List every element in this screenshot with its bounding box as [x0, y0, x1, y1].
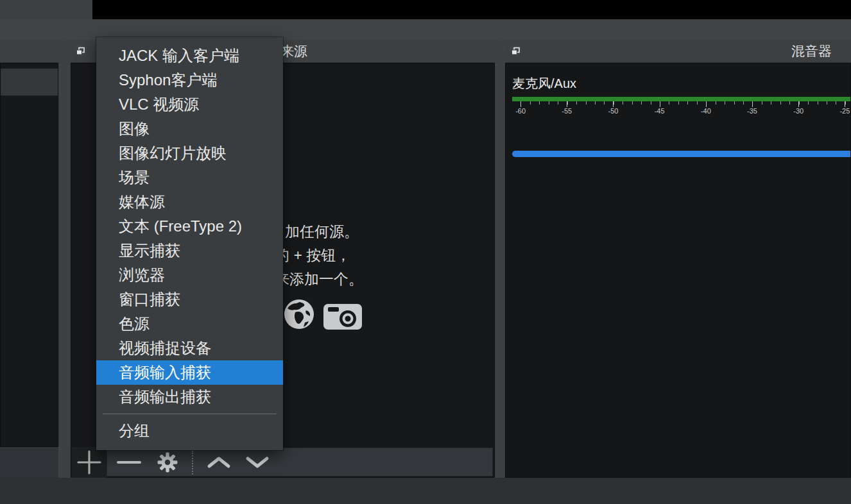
scale-label: -60 — [505, 107, 544, 117]
float-panel-icon — [511, 47, 520, 56]
mixer-channel-name: 麦克风/Aux — [512, 75, 576, 92]
menu-item-label: 音频输出捕获 — [119, 388, 211, 405]
placeholder-line: 来添加一个。 — [275, 267, 363, 291]
menu-item[interactable]: 音频输出捕获 — [96, 385, 283, 409]
meter-scale-major-ticks — [512, 101, 851, 107]
mixer-body: 麦克风/Aux -60-55-50-45-40-35-30-25 — [505, 63, 851, 478]
placeholder-icons — [283, 298, 363, 330]
scale-label: -55 — [544, 107, 590, 117]
mixer-panel-header: 混音器 — [505, 40, 851, 63]
scenes-panel-header — [0, 40, 58, 63]
menu-item-label: 音频输入捕获 — [119, 364, 211, 381]
menu-item-label: VLC 视频源 — [119, 96, 199, 113]
menu-item[interactable]: 文本 (FreeType 2) — [96, 214, 283, 239]
scale-label: -30 — [775, 107, 821, 117]
menu-item-label: 色源 — [119, 315, 150, 332]
chevron-up-icon — [206, 455, 232, 469]
menu-item-label: 文本 (FreeType 2) — [119, 217, 242, 235]
float-panel-button[interactable] — [508, 43, 524, 59]
placeholder-line: 的 + 按钮， — [275, 244, 363, 267]
toolbar-separator — [192, 451, 193, 475]
volume-meter — [512, 97, 851, 101]
menu-item[interactable]: 场景 — [96, 165, 283, 190]
placeholder-line: 加任何源。 — [275, 220, 363, 244]
volume-slider[interactable] — [512, 151, 851, 157]
menu-item-label: 窗口捕获 — [119, 290, 180, 308]
float-panel-icon — [76, 47, 85, 56]
menu-item[interactable]: 媒体源 — [96, 190, 283, 214]
menu-item-label: 场景 — [119, 169, 150, 186]
scale-label: -40 — [683, 107, 729, 117]
meter-scale-labels: -60-55-50-45-40-35-30-25 — [505, 107, 851, 117]
scale-label: -35 — [729, 107, 775, 117]
move-source-up-button[interactable] — [206, 455, 232, 469]
menu-item[interactable]: 分组 — [96, 419, 283, 443]
mixer-panel-title: 混音器 — [791, 40, 832, 63]
menu-item[interactable]: JACK 输入客户端 — [96, 44, 283, 68]
scenes-list[interactable] — [0, 63, 58, 447]
titlebar-black-segment — [92, 0, 851, 19]
scale-label: -45 — [637, 107, 683, 117]
menu-item[interactable]: 图像幻灯片放映 — [96, 141, 283, 165]
menu-item[interactable] — [103, 414, 277, 414]
menu-item[interactable]: 窗口捕获 — [96, 287, 283, 312]
menu-item-label: 视频捕捉设备 — [119, 339, 211, 357]
menu-item-label: 媒体源 — [119, 193, 165, 210]
float-panel-button[interactable] — [73, 43, 89, 59]
menu-item-label: 图像 — [119, 120, 150, 137]
menu-item-label: 分组 — [119, 422, 150, 439]
scale-label: -50 — [590, 107, 636, 117]
add-source-button[interactable] — [71, 447, 107, 478]
camera-icon — [323, 299, 363, 330]
scale-label: -25 — [821, 107, 851, 117]
titlebar-left-segment — [0, 0, 92, 19]
menu-item[interactable]: 视频捕捉设备 — [96, 336, 283, 360]
globe-icon — [283, 298, 315, 330]
sources-toolbar — [107, 448, 493, 476]
scenes-toolbar — [0, 447, 58, 478]
sources-panel-title: 来源 — [280, 40, 307, 63]
add-source-menu: JACK 输入客户端 Syphon客户端 VLC 视频源 图像 图像幻灯片放映 … — [96, 37, 283, 450]
gear-icon — [157, 452, 178, 473]
plus-icon — [76, 449, 102, 475]
menu-item-label: Syphon客户端 — [119, 71, 217, 88]
menu-item-label: 图像幻灯片放映 — [119, 144, 227, 162]
menu-item-label: 浏览器 — [119, 266, 165, 283]
mixer-panel: 混音器 麦克风/Aux -60-55-50-45-40-35-30-25 — [505, 40, 851, 478]
menu-item[interactable]: 色源 — [96, 312, 283, 336]
scene-row-selected[interactable] — [1, 69, 58, 96]
menu-item[interactable]: Syphon客户端 — [96, 68, 283, 92]
chevron-down-icon — [245, 455, 270, 469]
menu-item[interactable]: 显示捕获 — [96, 239, 283, 263]
no-sources-placeholder: 加任何源。 的 + 按钮， 来添加一个。 — [275, 220, 363, 291]
source-properties-button[interactable] — [157, 452, 178, 473]
menu-item[interactable]: 浏览器 — [96, 263, 283, 287]
menu-item-label: JACK 输入客户端 — [119, 47, 239, 64]
menu-item[interactable]: 音频输入捕获 — [96, 360, 283, 385]
remove-source-button[interactable] — [117, 461, 141, 464]
menu-item[interactable]: 图像 — [96, 117, 283, 141]
move-source-down-button[interactable] — [245, 455, 270, 469]
menu-item-label: 显示捕获 — [119, 242, 180, 259]
menu-item[interactable]: VLC 视频源 — [96, 92, 283, 117]
scenes-panel — [0, 40, 58, 478]
window-bottom-strip — [0, 478, 851, 504]
